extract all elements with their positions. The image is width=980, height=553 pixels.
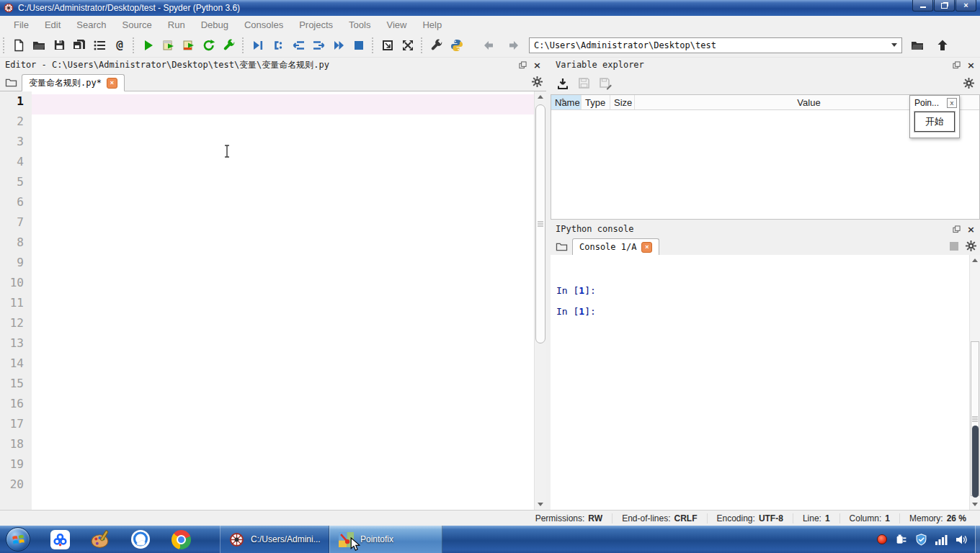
menu-projects[interactable]: Projects (291, 19, 341, 30)
menu-run[interactable]: Run (160, 19, 193, 30)
new-file-button[interactable] (9, 35, 29, 55)
line-number-gutter[interactable]: 1234567891011121314151617181920 (0, 91, 32, 510)
forward-button[interactable] (504, 35, 524, 55)
pointofix-window[interactable]: Poin... x 开始 (909, 95, 960, 138)
tab-close-icon[interactable]: × (641, 242, 652, 253)
working-directory-combobox[interactable]: C:\Users\Administrator\Desktop\test (529, 37, 902, 53)
rerun-cell-button[interactable] (199, 35, 219, 55)
minimize-button[interactable] (912, 0, 933, 12)
line-number: 18 (0, 437, 32, 457)
start-button[interactable] (6, 527, 30, 552)
console-prompt: In [1]: (556, 306, 980, 317)
toolbar-handle[interactable] (372, 37, 374, 53)
symbol-finder-button[interactable]: @ (110, 35, 130, 55)
toolbar-handle[interactable] (242, 37, 244, 53)
menu-search[interactable]: Search (68, 19, 114, 30)
column-header-type[interactable]: Type (582, 95, 610, 109)
save-data-as-button[interactable] (599, 77, 612, 90)
console-output[interactable]: In [1]:In [1]: (551, 255, 980, 510)
python-path-button[interactable] (447, 35, 467, 55)
back-button[interactable] (478, 35, 499, 55)
browse-tabs-icon[interactable] (5, 77, 17, 88)
scroll-up-icon[interactable] (970, 255, 980, 266)
line-number: 20 (0, 477, 32, 498)
menu-help[interactable]: Help (414, 19, 450, 30)
maximize-pane-button[interactable] (378, 35, 398, 55)
menu-view[interactable]: View (378, 19, 414, 30)
code-editor[interactable]: 1234567891011121314151617181920 (0, 91, 546, 510)
show-desktop-button[interactable] (975, 526, 980, 553)
interrupt-kernel-icon[interactable] (950, 242, 958, 251)
scroll-down-icon[interactable] (970, 499, 980, 510)
save-button[interactable] (49, 35, 69, 55)
recording-tray-icon[interactable] (877, 534, 887, 544)
parent-directory-button[interactable] (932, 35, 953, 55)
debug-button[interactable] (248, 35, 268, 55)
console-overlay-scrollbar-thumb[interactable] (972, 426, 979, 498)
close-pane-icon[interactable]: × (967, 60, 975, 70)
toolbar-handle[interactable] (3, 37, 5, 53)
file-switcher-button[interactable] (89, 35, 110, 55)
scroll-up-icon[interactable] (535, 91, 546, 102)
close-button[interactable]: × (956, 0, 976, 12)
undock-icon[interactable] (519, 61, 527, 69)
tab-close-icon[interactable]: × (107, 78, 117, 89)
column-header-name[interactable]: Name (551, 95, 582, 109)
security-shield-tray-icon[interactable] (915, 534, 927, 546)
taskbar-chrome-icon[interactable] (161, 526, 201, 553)
run-button[interactable] (138, 35, 159, 55)
column-header-size[interactable]: Size (610, 95, 635, 109)
editor-tab[interactable]: 变量命名规则.py* × (22, 74, 125, 91)
run-cell-advance-button[interactable] (179, 35, 199, 55)
toolbar-handle[interactable] (133, 37, 135, 53)
editor-options-icon[interactable] (532, 76, 543, 87)
taskbar-window-spyder[interactable]: C:/Users/Admini... (220, 526, 329, 553)
save-data-button[interactable] (578, 77, 590, 89)
save-all-button[interactable] (69, 35, 89, 55)
safely-remove-tray-icon[interactable] (895, 534, 907, 546)
browse-tabs-icon[interactable] (556, 241, 568, 252)
menu-source[interactable]: Source (115, 19, 160, 30)
network-signal-tray-icon[interactable] (935, 534, 948, 545)
menu-debug[interactable]: Debug (193, 19, 236, 30)
preferences-button[interactable] (427, 35, 447, 55)
undock-icon[interactable] (953, 225, 961, 233)
taskbar-netdisk-icon[interactable] (40, 526, 80, 553)
menu-file[interactable]: File (6, 19, 37, 30)
console-tab[interactable]: Console 1/A × (572, 238, 659, 256)
open-file-button[interactable] (29, 35, 49, 55)
scroll-down-icon[interactable] (535, 499, 546, 510)
menu-consoles[interactable]: Consoles (236, 19, 291, 30)
menu-tools[interactable]: Tools (341, 19, 378, 30)
pointofix-close-icon[interactable]: x (947, 98, 957, 108)
step-over-button[interactable] (268, 35, 288, 55)
import-data-button[interactable] (556, 77, 569, 90)
pointofix-start-button[interactable]: 开始 (914, 112, 955, 132)
title-bar[interactable]: C:/Users/Administrator/Desktop/test - Sp… (0, 0, 980, 16)
taskbar-window-pointofix[interactable]: Pointofix (329, 526, 442, 553)
console-scrollbar[interactable] (969, 255, 980, 510)
browse-directory-button[interactable] (907, 35, 927, 55)
run-cell-button[interactable] (159, 35, 179, 55)
pointofix-titlebar[interactable]: Poin... x (910, 96, 959, 110)
maximize-button[interactable] (934, 0, 955, 12)
undock-icon[interactable] (953, 61, 961, 69)
variable-explorer-options-icon[interactable] (963, 78, 974, 89)
taskbar-browser-icon[interactable] (120, 526, 161, 553)
step-over-icon (272, 39, 285, 52)
stop-debug-button[interactable] (349, 35, 369, 55)
editor-scrollbar[interactable] (534, 91, 546, 510)
menu-edit[interactable]: Edit (37, 19, 68, 30)
step-into-button[interactable] (288, 35, 308, 55)
console-options-icon[interactable] (966, 240, 976, 251)
volume-tray-icon[interactable] (956, 534, 968, 545)
close-pane-icon[interactable]: × (967, 225, 975, 234)
fullscreen-button[interactable] (398, 35, 418, 55)
step-return-button[interactable] (308, 35, 329, 55)
editor-scrollbar-thumb[interactable] (535, 104, 545, 343)
close-pane-icon[interactable]: × (533, 60, 541, 70)
continue-button[interactable] (329, 35, 349, 55)
toolbar-handle[interactable] (421, 37, 423, 53)
taskbar-paint-palette-icon[interactable] (80, 526, 120, 553)
run-configure-button[interactable] (219, 35, 239, 55)
